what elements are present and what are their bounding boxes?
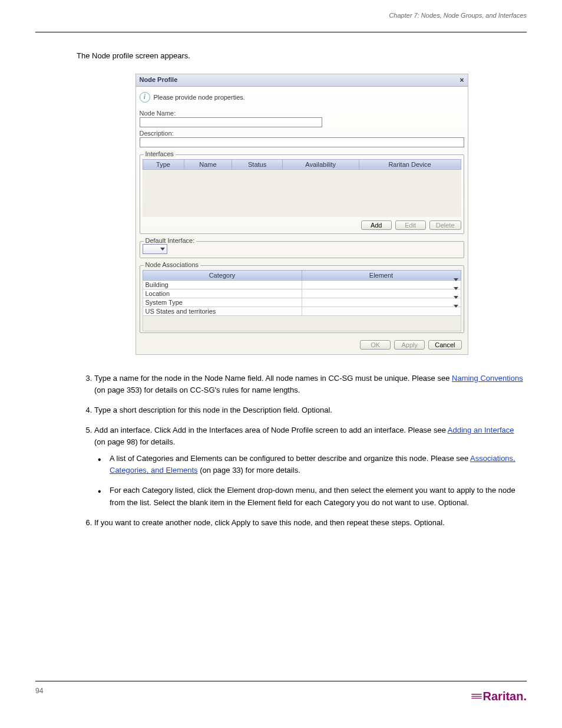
dialog-footer: OK Apply Cancel xyxy=(136,337,468,354)
assoc-element-select[interactable] xyxy=(302,298,461,307)
col-status[interactable]: Status xyxy=(232,159,283,169)
node-name-input[interactable] xyxy=(140,117,322,127)
chevron-down-icon xyxy=(454,278,458,288)
node-associations-legend: Node Associations xyxy=(144,261,201,268)
col-raritan-device[interactable]: Raritan Device xyxy=(359,159,461,169)
bullet-element-dropdown: For each Category listed, click the Elem… xyxy=(98,485,527,508)
node-profile-dialog: Node Profile × i Please provide node pro… xyxy=(135,74,468,355)
assoc-category: US States and territories xyxy=(143,307,302,315)
edit-button: Edit xyxy=(395,220,426,230)
add-button[interactable]: Add xyxy=(361,220,392,230)
apply-button: Apply xyxy=(394,340,425,350)
raritan-logo: ≡≡ Raritan. xyxy=(471,690,527,703)
page-header: Chapter 7: Nodes, Node Groups, and Inter… xyxy=(35,9,527,32)
assoc-category: Building xyxy=(143,280,302,289)
step-6: If you want to create another node, clic… xyxy=(94,517,527,529)
page-content: The Node profile screen appears. Node Pr… xyxy=(0,32,562,549)
footer-divider xyxy=(35,681,527,681)
table-row: Building xyxy=(143,280,461,289)
col-type[interactable]: Type xyxy=(143,159,184,169)
col-availability[interactable]: Availability xyxy=(282,159,359,169)
interfaces-fieldset: Interfaces Type Name Status Availability… xyxy=(140,154,464,234)
node-associations-fieldset: Node Associations Category Element Build… xyxy=(140,265,464,333)
col-name[interactable]: Name xyxy=(184,159,232,169)
default-interface-legend: Default Interface: xyxy=(144,237,197,244)
step-3: Type a name for the node in the Node Nam… xyxy=(94,373,527,396)
intro-text: The Node profile screen appears. xyxy=(77,50,527,62)
dialog-titlebar: Node Profile × xyxy=(136,74,468,87)
assoc-element-select[interactable] xyxy=(302,280,461,289)
step-5: Add an interface. Click Add in the Inter… xyxy=(94,424,527,509)
logo-icon: ≡≡ xyxy=(471,690,481,703)
bullet-categories: A list of Categories and Elements can be… xyxy=(98,453,527,476)
default-interface-select[interactable] xyxy=(143,244,167,254)
description-label: Description: xyxy=(140,130,464,137)
cancel-button[interactable]: Cancel xyxy=(428,340,461,350)
step-4: Type a short description for this node i… xyxy=(94,404,527,416)
table-row: Location xyxy=(143,289,461,298)
table-row xyxy=(143,315,461,331)
default-interface-fieldset: Default Interface: xyxy=(140,241,464,258)
close-icon[interactable]: × xyxy=(459,76,464,84)
ok-button: OK xyxy=(360,340,391,350)
interfaces-buttons: Add Edit Delete xyxy=(143,220,461,230)
dialog-body: i Please provide node properties. Node N… xyxy=(136,87,468,337)
description-input[interactable] xyxy=(140,137,464,147)
instruction-list: Type a name for the node in the Node Nam… xyxy=(77,373,527,529)
table-row: US States and territories xyxy=(143,307,461,315)
sub-list: A list of Categories and Elements can be… xyxy=(94,453,527,509)
logo-text: Raritan. xyxy=(483,690,527,703)
adding-interface-link[interactable]: Adding an Interface xyxy=(448,426,514,434)
node-name-label: Node Name: xyxy=(140,110,464,117)
info-icon: i xyxy=(140,92,150,103)
naming-conventions-link[interactable]: Naming Conventions xyxy=(452,374,523,383)
chevron-down-icon xyxy=(160,248,165,251)
chapter-label: Chapter 7: Nodes, Node Groups, and Inter… xyxy=(389,12,527,19)
assoc-element-select[interactable] xyxy=(302,289,461,298)
interfaces-empty-body xyxy=(143,170,461,217)
table-row: System Type xyxy=(143,298,461,307)
chevron-down-icon xyxy=(454,296,458,306)
chevron-down-icon xyxy=(454,287,458,297)
interfaces-table: Type Name Status Availability Raritan De… xyxy=(143,159,461,170)
info-text: Please provide node properties. xyxy=(154,94,245,101)
assoc-category: Location xyxy=(143,289,302,298)
interfaces-legend: Interfaces xyxy=(144,150,176,157)
col-category[interactable]: Category xyxy=(143,270,302,280)
assoc-element-select[interactable] xyxy=(302,307,461,315)
assoc-category: System Type xyxy=(143,298,302,307)
delete-button: Delete xyxy=(429,220,461,230)
page-number: 94 xyxy=(35,687,43,695)
col-element[interactable]: Element xyxy=(302,270,461,280)
associations-table: Category Element Building Location Syste… xyxy=(143,270,461,331)
info-row: i Please provide node properties. xyxy=(140,90,464,107)
dialog-title-text: Node Profile xyxy=(140,76,178,84)
chevron-down-icon xyxy=(454,305,458,315)
